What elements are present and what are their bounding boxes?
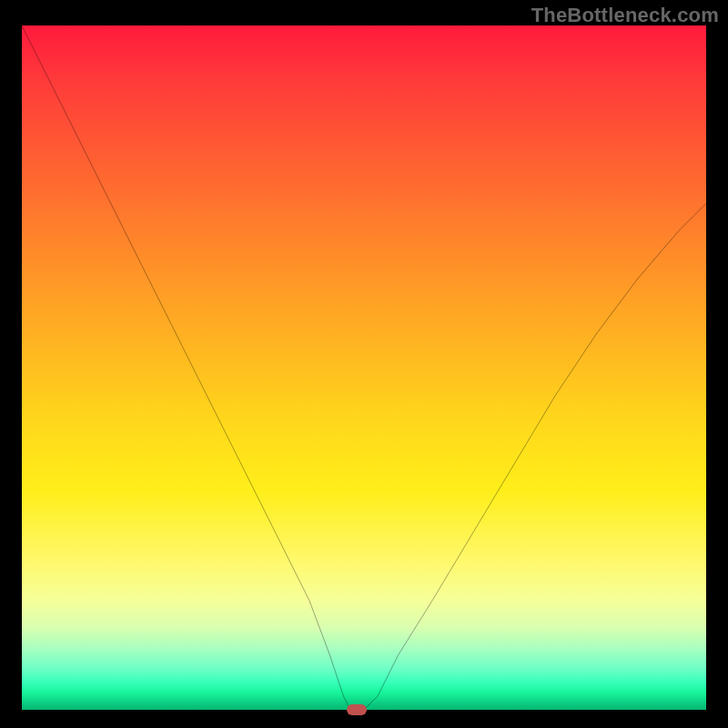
minimum-marker (347, 704, 367, 715)
curve-path (22, 25, 706, 710)
bottleneck-curve (22, 25, 706, 710)
chart-frame: TheBottleneck.com (0, 0, 728, 728)
watermark-text: TheBottleneck.com (531, 4, 719, 27)
plot-area (22, 25, 706, 710)
